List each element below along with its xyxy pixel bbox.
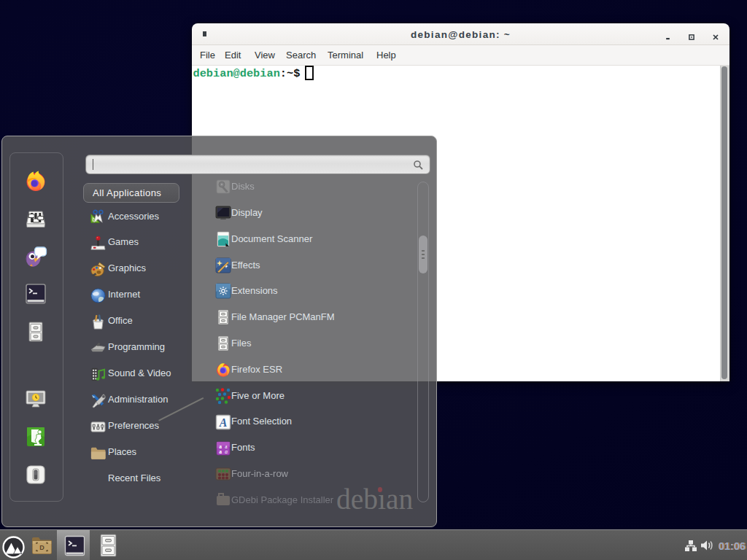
svg-text:A: A bbox=[219, 416, 228, 429]
svg-text:D: D bbox=[39, 544, 44, 551]
svg-text:a: a bbox=[225, 448, 228, 455]
svg-text:a: a bbox=[219, 448, 222, 455]
